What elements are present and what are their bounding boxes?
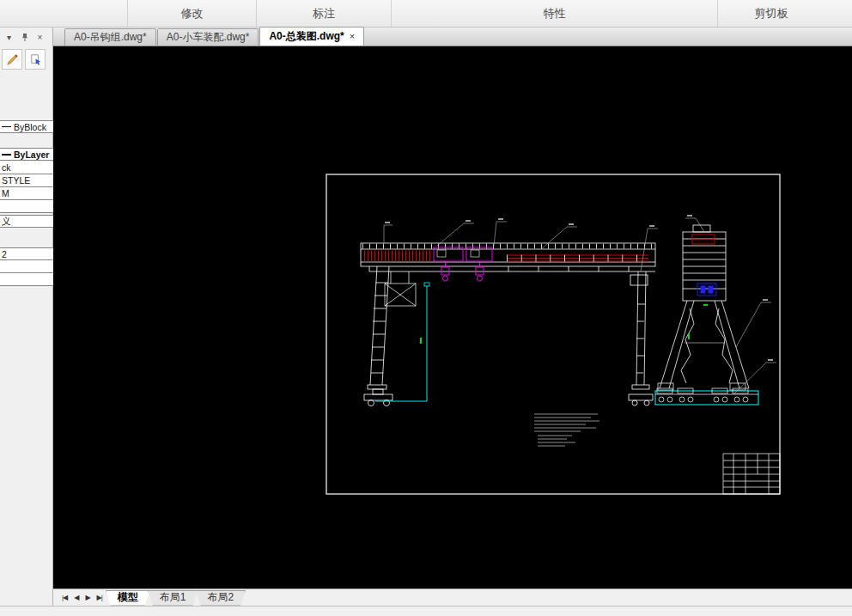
doc-tab-label: A0-总装图.dwg* [269,29,344,44]
linetype-sample [2,126,11,127]
trolley [434,247,492,281]
next-layout-button[interactable]: ▶ [82,594,93,601]
ribbon-spacer [0,0,127,27]
right-leg [629,271,653,406]
linetype-sample [2,154,11,156]
property-row[interactable] [0,200,53,213]
reference-ticks [420,304,708,344]
girder-bracket [385,271,416,306]
property-row[interactable]: M [0,187,53,200]
layout-tabbar: |◀ ◀ ▶ ▶| 模型 布局1 布局2 [53,589,852,606]
properties-palette: ▾ × [0,27,53,606]
last-layout-button[interactable]: ▶| [94,594,106,601]
title-block [723,454,780,494]
notes-block [534,414,599,446]
palette-header: ▾ × [0,27,52,46]
close-icon[interactable]: × [35,32,45,42]
property-row[interactable]: 2 [0,247,53,260]
main-area: ▾ × [0,27,852,606]
ribbon-panel-annotate[interactable]: 标注 [256,0,391,27]
property-value: ck [2,162,11,173]
ribbon-spacer-end [825,0,852,27]
palette-toolbar [0,46,52,71]
ribbon: 修改 标注 特性 剪切板 [0,0,852,27]
ribbon-panel-clipboard[interactable]: 剪切板 [717,0,825,27]
property-row[interactable] [0,260,53,273]
gantry-crane-drawing [53,46,852,589]
block-tool-button[interactable] [25,49,46,70]
property-value: 2 [2,249,7,259]
doc-tab-trolley-assembly[interactable]: A0-小车装配.dwg* [157,28,259,46]
property-row[interactable] [0,273,53,286]
status-bar [0,606,852,616]
close-icon[interactable]: × [350,32,355,41]
doc-tab-hook-group[interactable]: A0-吊钩组.dwg* [64,28,156,46]
ribbon-panel-properties[interactable]: 特性 [391,0,717,27]
edit-tool-button[interactable] [2,49,22,70]
property-value: ByLayer [14,149,49,160]
ribbon-panel-modify[interactable]: 修改 [127,0,256,27]
property-row[interactable]: STYLE [0,174,53,187]
layout-tab-model[interactable]: 模型 [106,590,150,606]
property-row[interactable]: ByLayer [0,148,53,161]
left-leg [364,266,393,406]
pin-icon[interactable] [20,32,29,42]
block-select-icon [29,53,42,66]
prev-layout-button[interactable]: ◀ [70,594,82,601]
doc-tab-general-assembly[interactable]: A0-总装图.dwg* × [259,27,364,46]
property-row[interactable]: ck [0,162,53,174]
property-value: M [2,188,9,198]
end-view [655,225,758,405]
property-value: STYLE [2,175,30,186]
pin-icon-glyph [21,33,29,42]
pencil-icon [6,53,19,66]
property-row[interactable]: 义 [0,215,53,228]
leader-lines [384,218,776,394]
layout-tab-layout1[interactable]: 布局1 [148,590,198,606]
layout-tab-layout2[interactable]: 布局2 [195,590,246,606]
first-layout-button[interactable]: |◀ [58,594,70,601]
document-tabbar: A0-吊钩组.dwg* A0-小车装配.dwg* A0-总装图.dwg* × [53,27,852,46]
property-row[interactable]: ByBlock [0,120,53,133]
drawing-canvas[interactable] [53,46,852,589]
property-value: ByBlock [14,122,46,132]
chevron-down-icon[interactable]: ▾ [4,32,14,42]
main-girder [361,243,655,271]
property-value: 义 [2,216,11,228]
document-area: A0-吊钩组.dwg* A0-小车装配.dwg* A0-总装图.dwg* × [53,27,852,606]
